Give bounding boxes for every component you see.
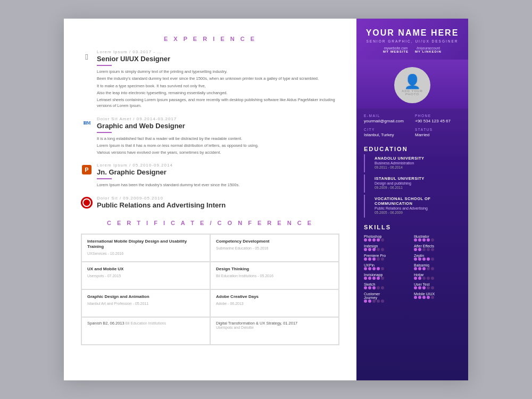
skill-sketch-label: Sketch: [364, 282, 393, 286]
email-phone-row: E-MAIL yourmail@gmail.com PHONE +90 534 …: [364, 114, 461, 123]
photo-area: 👤 ADD YOURPHOTO: [356, 60, 468, 109]
cert-cell-8: Digital Transformation & UX Strategy, 01…: [210, 317, 339, 345]
job3-date: Lorem Ipsum / 05.2010-09.2014: [97, 163, 339, 168]
cert-cell-4: Design Thinking Bil Education Institutio…: [210, 262, 339, 289]
job2-divider: [97, 132, 112, 133]
ibm-logo: IBM: [81, 118, 93, 129]
cert4-title: Design Thinking: [216, 267, 333, 272]
cert1-sub: UXServices - 10.2016: [87, 252, 204, 255]
skill-photoshop-label: Photoshop: [364, 235, 393, 238]
cert6-sub: Adobe - 06.2013: [216, 302, 333, 305]
education-title: EDUCATION: [356, 142, 468, 154]
resume-page: E X P E R I E N C E  Lorem Ipsum / 03.2…: [64, 19, 468, 380]
skill-illustrator: Illustrator: [414, 235, 461, 242]
skill-indesign: Indesign: [364, 244, 411, 251]
resume-subtitle: SENIOR GRAPHIC, UI/UX DESGINER: [364, 39, 461, 43]
cert5-sub: Istanbul Art and Profession - 05.2011: [87, 302, 204, 305]
job1-title: Senior UI/UX Designer: [97, 55, 339, 63]
website-link: mywebsite.com MY WEBSITE: [383, 46, 409, 53]
cert-cell-1: International Mobile Display Design and …: [81, 234, 210, 262]
skill-balsamiq: Balsamiq: [414, 263, 461, 270]
cert4-sub: Bil Education Institutions - 05.2016: [216, 274, 333, 278]
cert8-sub: Userspots and Deloitte: [216, 326, 333, 329]
edu3-date: 05.2005 - 06.2009: [375, 211, 461, 214]
edu2-school: ISTANBUL UNIVERSITY: [375, 176, 461, 181]
skill-balsamiq-dots: [414, 267, 461, 270]
skill-photoshop-dots: [364, 238, 411, 242]
skill-aftereffects: After Effects: [414, 244, 461, 251]
edu2-date: 09.2009 - 06.2011: [375, 186, 461, 189]
job-block-2: IBM Dolor Sit Amet / 09.2014-03.2017 Gra…: [81, 117, 339, 156]
city-label: CITY: [364, 128, 410, 131]
status-value: Married: [415, 132, 461, 137]
skill-customerjourney: Customer Journey: [364, 292, 411, 303]
cert7-sub: Bil Education Institutions: [126, 321, 166, 325]
skill-zeplin-label: Zeplin: [414, 254, 443, 257]
edu-item-1: ANADOLU UNIVERSITY Business Administrati…: [364, 154, 468, 172]
skill-aftereffects-label: After Effects: [414, 244, 443, 248]
cert6-title: Adobe Creative Days: [216, 294, 333, 300]
status-block: STATUS Married: [415, 128, 461, 137]
skill-customerjourney-dots: [364, 300, 411, 303]
skill-usertest-dots: [414, 286, 461, 289]
right-links: mywebsite.com MY WEBSITE /in/youraccount…: [364, 46, 461, 53]
edu-item-3: VOCATIONAL SCHOOL OFCOMMUNICATION Public…: [364, 195, 468, 218]
cert-cell-7: Spanish B2, 06.2013 Bil Education Instit…: [81, 317, 210, 345]
skill-sketch: Sketch: [364, 282, 411, 289]
skill-balsamiq-label: Balsamiq: [414, 263, 443, 267]
right-contact-info: E-MAIL yourmail@gmail.com PHONE +90 534 …: [356, 109, 468, 142]
edu-item-2: ISTANBUL UNIVERSITY Design and publishin…: [364, 174, 468, 193]
edu1-school: ANADOLU UNIVERSITY: [375, 156, 461, 161]
edu3-school: VOCATIONAL SCHOOL OFCOMMUNICATION: [375, 196, 461, 206]
job-block-1:  Lorem Ipsum / 03.2017 - ... Senior UI/…: [81, 49, 339, 109]
edu1-degree: Business Administration: [375, 161, 461, 165]
cert3-sub: Userspots - 07.2015: [87, 274, 204, 278]
job-block-3: P Lorem Ipsum / 05.2010-09.2014 Jn. Grap…: [81, 163, 339, 188]
skill-indesign-label: Indesign: [364, 244, 393, 248]
city-block: CITY Istanbul, Turkey: [364, 128, 410, 137]
skill-uxpin-dots: [364, 267, 411, 270]
linkedin-link: /in/youraccount MY LINKEDIN: [415, 46, 442, 53]
skill-invisionapp: Invisionapp: [364, 273, 411, 280]
edu3-degree: Public Relations and Advertising: [375, 206, 461, 210]
skill-zeplin-dots: [414, 257, 461, 261]
skill-usertest-label: User Test: [414, 282, 443, 286]
job1-date: Lorem Ipsum / 03.2017 - ...: [97, 49, 339, 54]
skill-indesign-dots: [364, 248, 411, 251]
right-panel: YOUR NAME HERE SENIOR GRAPHIC, UI/UX DES…: [356, 19, 468, 380]
certificate-section: C E R T I F I C A T E / C O N F E R E N …: [81, 220, 339, 345]
city-value: Istanbul, Turkey: [364, 132, 410, 137]
skill-mobileuiux-label: Mobile UIUX: [414, 292, 443, 296]
cert-cell-3: UX and Mobile UX Userspots - 07.2015: [81, 262, 210, 289]
resume-name: YOUR NAME HERE: [364, 28, 461, 38]
job4-title: Public Relations and Advertising Intern: [97, 201, 339, 209]
edu2-degree: Design and publishing: [375, 181, 461, 185]
paypal-logo: P: [81, 164, 93, 176]
skill-aftereffects-dots: [414, 248, 461, 251]
job2-date: Dolor Sit Amet / 09.2014-03.2017: [97, 117, 339, 121]
status-label: STATUS: [415, 128, 461, 131]
skill-invisionapp-dots: [364, 277, 411, 280]
skills-grid: Photoshop Illustrator Indesign: [364, 235, 461, 305]
apple-logo: : [81, 51, 93, 62]
job3-body: Lorem Ipsum has been the industry's stan…: [97, 182, 339, 188]
right-header: YOUR NAME HERE SENIOR GRAPHIC, UI/UX DES…: [356, 19, 468, 60]
skill-usertest: User Test: [414, 282, 461, 289]
skill-mobileuiux-dots: [414, 296, 461, 299]
job2-body: It is a long established fact that a rea…: [97, 136, 339, 156]
edu1-date: 09.2011 - 06.2014: [375, 165, 461, 169]
cert2-title: Competency Development: [216, 239, 333, 244]
skills-section: Photoshop Illustrator Indesign: [356, 232, 468, 310]
job4-date: Dolor Sit / 09.2009-05.2010: [97, 196, 339, 201]
phone-label: PHONE: [415, 114, 461, 118]
skill-premiere-dots: [364, 257, 411, 261]
linkedin-label: MY LINKEDIN: [415, 50, 442, 53]
job3-divider: [97, 178, 112, 179]
cert-cell-2: Competency Development Submarine Educati…: [210, 234, 339, 262]
skill-hotjar-label: Hotjar: [414, 273, 443, 277]
cert1-title: International Mobile Display Design and …: [87, 239, 204, 250]
skill-illustrator-label: Illustrator: [414, 235, 443, 238]
skill-hotjar-dots: [414, 277, 461, 280]
skill-sketch-dots: [364, 286, 411, 289]
thy-logo: [81, 197, 93, 209]
